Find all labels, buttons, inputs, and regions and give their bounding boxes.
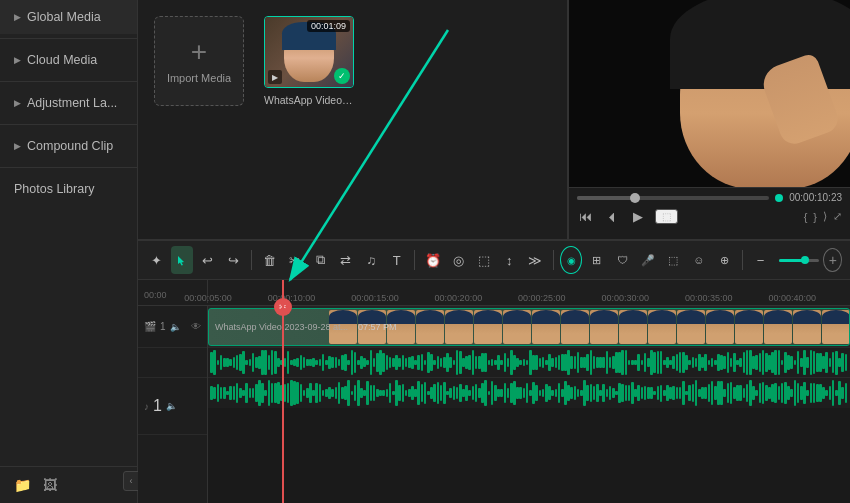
clip-frame <box>561 310 589 344</box>
resize-button[interactable]: ↕ <box>499 246 520 274</box>
track-label-audio2: ♪ 1 🔈 <box>138 378 207 435</box>
toolbar-separator <box>553 250 554 270</box>
clip-frame <box>590 310 618 344</box>
tracks-content: WhatsApp Video 2023-09-28 at... 07:57 PM <box>208 306 850 503</box>
divider <box>0 81 137 82</box>
ruler-mark-6: 00:00:30:00 <box>602 293 650 303</box>
delete-button[interactable]: 🗑 <box>259 246 280 274</box>
time-slider-thumb <box>630 193 640 203</box>
clip-frame <box>619 310 647 344</box>
clip-frame <box>532 310 560 344</box>
extra-tool-3[interactable]: ⬚ <box>663 246 684 274</box>
record-button[interactable]: ◎ <box>448 246 469 274</box>
swap-button[interactable]: ⇄ <box>335 246 356 274</box>
text-button[interactable]: T <box>386 246 407 274</box>
film-icon: 🎬 <box>144 321 156 332</box>
video-icon: ▶ <box>268 70 282 84</box>
sidebar-collapse-button[interactable]: ‹ <box>123 471 139 491</box>
sidebar-item-photos-library[interactable]: Photos Library <box>0 172 137 206</box>
toolbar-separator <box>742 250 743 270</box>
cut-button[interactable]: ✂ <box>284 246 305 274</box>
extra-tool-4[interactable]: ⊕ <box>714 246 735 274</box>
face-button[interactable]: ☺ <box>688 246 709 274</box>
zoom-slider[interactable] <box>779 259 819 262</box>
clip-frame <box>416 310 444 344</box>
speed-indicator[interactable]: ◉ <box>560 246 582 274</box>
media-item-whatsapp-video[interactable]: 00:01:09 ✓ ▶ WhatsApp Video 202... <box>264 16 354 223</box>
mute-icon-2[interactable]: 🔈 <box>166 401 177 411</box>
more-tools-button[interactable]: ≫ <box>524 246 545 274</box>
preview-video <box>569 0 850 187</box>
music-icon: ♪ <box>144 401 149 412</box>
time-slider-fill <box>577 196 635 200</box>
waveform-display-2 <box>208 378 850 408</box>
clip-frame <box>764 310 792 344</box>
clip-frame <box>735 310 763 344</box>
clip-frame <box>677 310 705 344</box>
sidebar-item-global-media[interactable]: ▶ Global Media <box>0 0 137 34</box>
extra-tool-2[interactable]: 🛡 <box>612 246 633 274</box>
clip-frames <box>329 309 850 345</box>
step-back-button[interactable]: ⏴ <box>604 207 621 226</box>
audio-button[interactable]: ♫ <box>361 246 382 274</box>
rewind-button[interactable]: ⏮ <box>577 207 594 226</box>
track-number-1: 1 <box>160 321 166 332</box>
folder-icon[interactable]: 📁 <box>14 477 31 493</box>
media-thumbnail: 00:01:09 ✓ ▶ <box>264 16 354 88</box>
audio-track-2 <box>208 378 850 408</box>
cursor-tool-button[interactable] <box>171 246 192 274</box>
timer-button[interactable]: ⏰ <box>422 246 443 274</box>
extra-tool-1[interactable]: ⊞ <box>586 246 607 274</box>
bracket-left-icon[interactable]: { <box>804 211 808 223</box>
zoom-out-button[interactable]: − <box>750 246 771 274</box>
clip-frame <box>474 310 502 344</box>
sidebar-bottom-actions: 📁 🖼 ‹ <box>0 466 138 503</box>
track-labels: 🎬 1 🔈 👁 ♪ 1 🔈 <box>138 306 208 503</box>
video-clip[interactable]: WhatsApp Video 2023-09-28 at... 07:57 PM <box>208 308 850 346</box>
chevron-right-icon: ▶ <box>14 141 21 151</box>
timeline-toolbar: ✦ ↩ ↪ 🗑 ✂ ⧉ ⇄ ♫ T ⏰ ◎ ⬚ ↕ ≫ ◉ ⊞ 🛡 🎤 ⬚ ☺ … <box>138 240 850 280</box>
sidebar-item-adjustment[interactable]: ▶ Adjustment La... <box>0 86 137 120</box>
time-slider[interactable] <box>577 196 769 200</box>
ruler-mark-1: 00:00:05:00 <box>184 293 232 303</box>
mic-button[interactable]: 🎤 <box>637 246 658 274</box>
mute-icon[interactable]: 🔈 <box>170 322 181 332</box>
eye-icon[interactable]: 👁 <box>191 321 201 332</box>
preview-panel: 00:00:10:23 ⏮ ⏴ ▶ ⬚ { } ⟩ ⤢ <box>568 0 850 240</box>
chevron-right-icon: ▶ <box>14 12 21 22</box>
import-media-label: Import Media <box>167 72 231 84</box>
preview-extra-buttons: { } ⟩ ⤢ <box>804 210 842 223</box>
frame-button[interactable]: ⬚ <box>655 209 678 224</box>
redo-button[interactable]: ↪ <box>222 246 243 274</box>
divider <box>0 124 137 125</box>
clip-time: 07:57 PM <box>358 322 397 332</box>
sidebar-item-compound-clip[interactable]: ▶ Compound Clip <box>0 129 137 163</box>
playhead-line <box>282 280 284 503</box>
import-media-button[interactable]: + Import Media <box>154 16 244 106</box>
add-button[interactable]: + <box>823 248 842 272</box>
ruler-mark-7: 00:00:35:00 <box>685 293 733 303</box>
bracket-right-icon[interactable]: } <box>813 211 817 223</box>
preview-face-container <box>569 0 850 187</box>
fullscreen-icon[interactable]: ⤢ <box>833 210 842 223</box>
preview-playback-buttons: ⏮ ⏴ ▶ ⬚ { } ⟩ ⤢ <box>577 207 842 226</box>
track-label-audio <box>138 348 207 378</box>
undo-button[interactable]: ↩ <box>197 246 218 274</box>
image-icon[interactable]: 🖼 <box>43 477 57 493</box>
sidebar-item-label: Compound Clip <box>27 139 113 153</box>
speed-icon: ◉ <box>567 255 576 266</box>
preview-time-bar: 00:00:10:23 <box>577 192 842 203</box>
more-options-icon[interactable]: ⟩ <box>823 210 827 223</box>
check-icon: ✓ <box>334 68 350 84</box>
chevron-right-icon: ▶ <box>14 55 21 65</box>
status-dot <box>775 194 783 202</box>
sidebar-item-label: Cloud Media <box>27 53 97 67</box>
sidebar-item-cloud-media[interactable]: ▶ Cloud Media <box>0 43 137 77</box>
play-button[interactable]: ▶ <box>631 207 645 226</box>
select-tool-button[interactable]: ✦ <box>146 246 167 274</box>
crop-button[interactable]: ⬚ <box>473 246 494 274</box>
video-track: WhatsApp Video 2023-09-28 at... 07:57 PM <box>208 306 850 348</box>
media-item-name: WhatsApp Video 202... <box>264 94 354 106</box>
timeline-area: ✦ ↩ ↪ 🗑 ✂ ⧉ ⇄ ♫ T ⏰ ◎ ⬚ ↕ ≫ ◉ ⊞ 🛡 🎤 ⬚ ☺ … <box>138 240 850 503</box>
copy-button[interactable]: ⧉ <box>310 246 331 274</box>
